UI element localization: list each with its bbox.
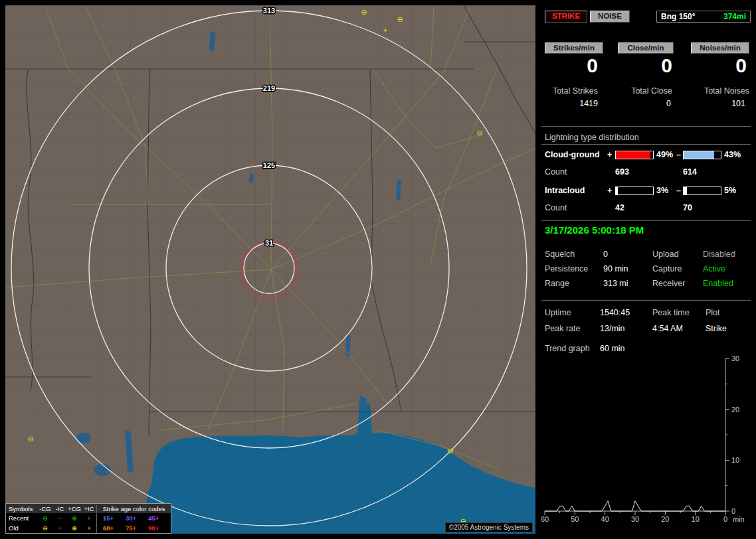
legend-col-pos-cg: +CG <box>67 505 82 512</box>
cg-positive-count: 693 <box>615 167 629 177</box>
noises-per-min-button[interactable]: Noises/min <box>691 42 749 54</box>
total-noises-label: Total Noises <box>683 86 749 96</box>
cloud-ground-label: Cloud-ground <box>545 150 600 159</box>
map-legend: Symbols -CG -IC +CG +IC Strike age color… <box>5 503 171 534</box>
age-code-15: 15+ <box>97 514 120 522</box>
trend-x-tick-label: 30 <box>631 515 639 523</box>
strike-map[interactable]: 313 219 125 31 ⊖⊖+⊖⊖⊖⊖ Symbols -CG -IC +… <box>5 5 535 534</box>
trend-y-tick-label: 10 <box>731 456 739 464</box>
plus-sign: + <box>607 186 612 195</box>
persistence-value: 90 min <box>603 264 628 273</box>
trend-x-tick-label: 0 <box>723 515 727 523</box>
plus-sign: + <box>607 150 612 159</box>
legend-col-pos-ic: +IC <box>82 505 96 512</box>
trend-y-tick-label: 0 <box>731 507 735 515</box>
range-value: 313 mi <box>603 279 628 288</box>
trend-ticks <box>545 358 729 515</box>
uptime-value: 1540:45 <box>600 308 630 317</box>
strikes-per-min-button[interactable]: Strikes/min <box>545 42 603 54</box>
cg-positive-bar <box>615 151 654 159</box>
ring-label: 313 <box>263 7 275 15</box>
uptime-label: Uptime <box>545 308 571 317</box>
cg-negative-bar <box>683 151 721 159</box>
ic-negative-count: 70 <box>683 203 692 212</box>
upload-status: Disabled <box>703 250 735 259</box>
trend-graph: 30201006050403020100min <box>541 353 754 534</box>
distribution-header: Lightning type distribution <box>545 133 639 142</box>
noises-per-min-value: 0 <box>694 54 747 77</box>
ic-negative-pct: 5% <box>724 186 736 195</box>
copyright-label: ©2005 Astrogenic Systems <box>445 522 533 532</box>
peak-time-value: 4:54 AM <box>652 324 683 333</box>
bearing-range: 374mi <box>723 12 746 21</box>
total-strikes-value: 1419 <box>531 99 598 108</box>
close-per-min-button[interactable]: Close/min <box>618 42 674 54</box>
total-close-label: Total Close <box>606 86 672 96</box>
old-neg-cg-icon: ⊖ <box>38 524 52 532</box>
ic-positive-pct: 3% <box>656 186 668 195</box>
old-strike-symbol: ⊖ <box>397 15 403 23</box>
old-neg-ic-icon: − <box>52 524 67 532</box>
total-close-value: 0 <box>605 99 671 108</box>
bearing-label: Bng 150° <box>661 12 695 21</box>
map-canvas: 313 219 125 31 ⊖⊖+⊖⊖⊖⊖ <box>5 5 535 534</box>
ic-count-label: Count <box>545 203 567 212</box>
strikes-per-min-value: 0 <box>545 54 598 77</box>
age-code-90: 90+ <box>142 524 165 532</box>
legend-col-neg-ic: -IC <box>52 505 67 512</box>
legend-age-header: Strike age color codes <box>96 505 171 512</box>
bearing-display: Bng 150° 374mi <box>656 11 751 23</box>
intracloud-label: Intracloud <box>545 186 585 195</box>
app-window: 313 219 125 31 ⊖⊖+⊖⊖⊖⊖ Symbols -CG -IC +… <box>0 0 756 539</box>
trend-x-tick-label: 20 <box>661 515 669 523</box>
peak-rate-label: Peak rate <box>545 324 581 333</box>
noise-button[interactable]: NOISE <box>590 11 630 23</box>
range-label: Range <box>545 279 569 288</box>
recent-pos-cg-icon: ⊕ <box>67 514 82 522</box>
minus-sign: – <box>676 150 681 159</box>
receiver-label: Receiver <box>652 279 685 288</box>
trend-window-value: 60 min <box>600 344 625 353</box>
ic-positive-bar <box>615 187 654 195</box>
age-code-75: 75+ <box>120 524 142 532</box>
trend-trace <box>545 501 725 511</box>
peak-time-label: Peak time <box>652 308 690 317</box>
age-code-30: 30+ <box>120 514 142 522</box>
minus-sign: – <box>676 186 681 195</box>
ring-label: 219 <box>263 84 275 92</box>
old-strike-symbol: ⊖ <box>476 129 482 137</box>
capture-label: Capture <box>652 264 682 273</box>
trend-x-tick-label: 10 <box>692 515 700 523</box>
ring-label: 31 <box>265 239 273 247</box>
old-strike-symbol: ⊖ <box>27 435 33 443</box>
capture-status: Active <box>703 264 725 273</box>
ic-positive-count: 42 <box>615 203 624 212</box>
total-strikes-label: Total Strikes <box>531 86 598 96</box>
legend-col-neg-cg: -CG <box>38 505 52 512</box>
cg-negative-pct: 43% <box>724 150 741 159</box>
squelch-value: 0 <box>603 250 608 259</box>
ic-negative-bar <box>683 187 721 195</box>
divider <box>541 144 751 145</box>
trend-x-tick-label: 60 <box>541 515 549 523</box>
old-strike-symbol: + <box>383 26 387 34</box>
recent-neg-ic-icon: − <box>52 514 67 522</box>
receiver-status: Enabled <box>703 279 733 288</box>
recent-pos-ic-icon: + <box>82 514 96 522</box>
cg-count-label: Count <box>545 167 567 177</box>
legend-row-old-label: Old <box>6 524 38 532</box>
close-per-min-value: 0 <box>619 54 672 77</box>
upload-label: Upload <box>652 250 679 259</box>
cg-positive-pct: 49% <box>656 150 673 159</box>
legend-symbols-header: Symbols <box>6 505 38 512</box>
strike-button[interactable]: STRIKE <box>545 11 587 23</box>
cg-negative-count: 614 <box>683 167 697 177</box>
old-pos-ic-icon: + <box>82 524 96 532</box>
recent-neg-cg-icon: ⊖ <box>38 514 52 522</box>
divider <box>541 220 751 221</box>
old-strike-symbol: ⊖ <box>447 447 453 455</box>
total-noises-value: 101 <box>679 99 745 108</box>
trend-y-tick-label: 20 <box>731 406 739 414</box>
datetime-display: 3/17/2026 5:00:18 PM <box>545 226 644 235</box>
trend-y-tick-label: 30 <box>731 354 739 362</box>
